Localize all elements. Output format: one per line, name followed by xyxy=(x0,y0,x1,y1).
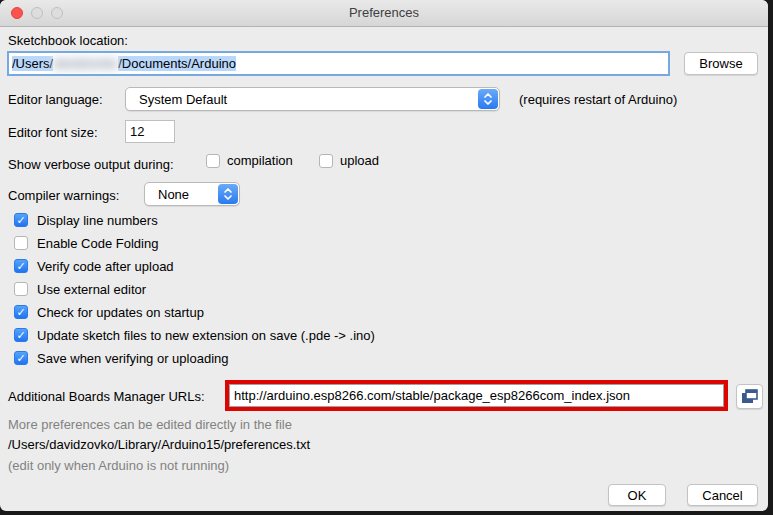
upload-checkbox[interactable] xyxy=(319,154,333,168)
option-label: Save when verifying or uploading xyxy=(37,351,229,366)
option-label: Check for updates on startup xyxy=(37,305,204,320)
verbose-upload-option[interactable]: upload xyxy=(319,153,379,168)
option-label: Display line numbers xyxy=(37,213,158,228)
option-label: Enable Code Folding xyxy=(37,236,158,251)
sketchbook-location-label: Sketchbook location: xyxy=(8,33,128,48)
annotation-red-rectangle: http://arduino.esp8266.com/stable/packag… xyxy=(225,380,728,411)
ok-button[interactable]: OK xyxy=(608,484,666,506)
display-line-numbers-checkbox[interactable] xyxy=(14,213,28,227)
compilation-label: compilation xyxy=(227,153,293,168)
dropdown-stepper-icon xyxy=(218,184,238,204)
boards-manager-urls-field[interactable]: http://arduino.esp8266.com/stable/packag… xyxy=(229,384,724,407)
option-row[interactable]: Verify code after upload xyxy=(14,257,174,275)
more-preferences-note: More preferences can be edited directly … xyxy=(8,417,292,432)
save-on-verify-checkbox[interactable] xyxy=(14,351,28,365)
option-row[interactable]: Update sketch files to new extension on … xyxy=(14,326,375,344)
browse-button[interactable]: Browse xyxy=(684,52,758,75)
enable-code-folding-checkbox[interactable] xyxy=(14,236,28,250)
check-updates-checkbox[interactable] xyxy=(14,305,28,319)
preferences-file-path: /Users/davidzovko/Library/Arduino15/pref… xyxy=(8,437,310,452)
dropdown-stepper-icon xyxy=(478,89,498,109)
update-sketch-files-checkbox[interactable] xyxy=(14,328,28,342)
editor-language-dropdown[interactable]: System Default xyxy=(125,87,500,111)
compiler-warnings-label: Compiler warnings: xyxy=(8,188,119,203)
boards-manager-label: Additional Boards Manager URLs: xyxy=(8,389,205,404)
compilation-checkbox[interactable] xyxy=(206,154,220,168)
option-row[interactable]: Use external editor xyxy=(14,280,146,298)
editor-language-label: Editor language: xyxy=(8,92,103,107)
option-label: Use external editor xyxy=(37,282,146,297)
compiler-warnings-value: None xyxy=(145,187,218,202)
external-editor-checkbox[interactable] xyxy=(14,282,28,296)
title-bar[interactable]: Preferences xyxy=(0,0,768,27)
window-title: Preferences xyxy=(0,5,768,20)
verify-code-checkbox[interactable] xyxy=(14,259,28,273)
editor-font-size-field[interactable]: 12 xyxy=(125,120,175,143)
sketchbook-path-prefix: /Users/ xyxy=(12,56,53,71)
preferences-dialog: Preferences Sketchbook location: /Users/… xyxy=(0,0,768,511)
sketchbook-path-suffix: /Documents/Arduino xyxy=(118,56,236,71)
windows-icon xyxy=(741,389,758,404)
editor-language-value: System Default xyxy=(126,92,478,107)
upload-label: upload xyxy=(340,153,379,168)
redacted-username: davidzovko xyxy=(53,56,118,71)
verbose-output-label: Show verbose output during: xyxy=(8,157,174,172)
option-row[interactable]: Check for updates on startup xyxy=(14,303,204,321)
option-row[interactable]: Save when verifying or uploading xyxy=(14,349,229,367)
sketchbook-location-field[interactable]: /Users/davidzovko/Documents/Arduino xyxy=(7,51,670,76)
edit-warning-note: (edit only when Arduino is not running) xyxy=(8,458,229,473)
compiler-warnings-dropdown[interactable]: None xyxy=(144,182,240,206)
option-label: Verify code after upload xyxy=(37,259,174,274)
option-label: Update sketch files to new extension on … xyxy=(37,328,375,343)
editor-font-size-label: Editor font size: xyxy=(8,125,98,140)
cancel-button[interactable]: Cancel xyxy=(687,484,758,506)
verbose-compilation-option[interactable]: compilation xyxy=(206,153,293,168)
option-row[interactable]: Display line numbers xyxy=(14,211,158,229)
option-row[interactable]: Enable Code Folding xyxy=(14,234,158,252)
restart-note: (requires restart of Arduino) xyxy=(519,92,677,107)
expand-urls-button[interactable] xyxy=(736,384,763,409)
